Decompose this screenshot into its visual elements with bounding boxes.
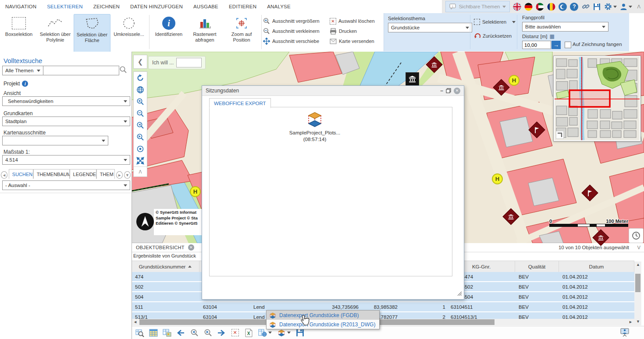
calculator-icon[interactable]: ▦ <box>550 33 555 39</box>
next-extent-icon[interactable] <box>134 131 147 143</box>
excel-export-icon[interactable]: X <box>244 328 253 338</box>
settings-button[interactable] <box>604 3 617 11</box>
menu-zeichnen[interactable]: ZEICHNEN <box>88 0 125 13</box>
tab-themenbaum[interactable]: THEMENBAUM <box>33 169 70 179</box>
auf-zeichnung-checkbox[interactable] <box>565 42 571 48</box>
refresh-icon[interactable] <box>134 72 147 84</box>
menu-ausgabe[interactable]: AUSGABE <box>188 0 224 13</box>
globe-icon[interactable] <box>134 84 147 95</box>
grundkarten-dropdown[interactable]: Stadtplan <box>2 117 130 126</box>
save-icon[interactable] <box>593 3 601 11</box>
collapse-map-toolbar-icon[interactable]: ᐱ <box>134 166 147 177</box>
scroll-left-icon[interactable]: ◄ <box>133 320 137 324</box>
selektionsthema-dropdown[interactable]: Grundstücke <box>388 23 472 32</box>
language-english-icon[interactable] <box>513 3 521 11</box>
minimize-icon[interactable]: – <box>440 88 443 94</box>
collapse-ribbon-icon[interactable]: ᐱ <box>637 4 640 10</box>
volltext-search-input[interactable] <box>43 66 119 75</box>
collapse-results-icon[interactable]: ᐯ <box>637 245 640 251</box>
column-header-grundstuecksnummer[interactable]: Grundstücksnummer <box>132 261 199 272</box>
link-drucken[interactable]: Drucken <box>330 27 357 35</box>
close-results-tab-icon[interactable]: ✕ <box>188 244 194 251</box>
presentation-mode-icon[interactable] <box>619 327 630 338</box>
table-row[interactable]: 511 63104 Lend 343,735696 83,985382 1 63… <box>132 302 634 312</box>
ich-will-search[interactable]: Ich will ... <box>148 56 206 69</box>
scroll-down-icon[interactable]: ▼ <box>636 319 640 324</box>
visible-themes-button[interactable]: i Sichtbare Themen <box>445 1 510 12</box>
distanz-input[interactable] <box>522 41 551 49</box>
fangprofil-dropdown[interactable]: Bitte auswählen <box>522 22 608 32</box>
menu-item-r2013-dwg[interactable]: Datenexport Grundstücke (R2013_DWG) <box>267 320 379 329</box>
export-file-item[interactable]: SampleProject_Plots... (08:57:14) <box>280 111 350 143</box>
massstab-dropdown[interactable]: 4.514 <box>2 155 130 165</box>
zoom-to-selection-icon[interactable] <box>135 328 145 338</box>
tab-weboffice-export[interactable]: WEBOFFICE EXPORT <box>209 98 271 108</box>
previous-record-icon[interactable] <box>176 328 185 338</box>
tab-them[interactable]: THEM <box>96 169 115 179</box>
link-ausschnitt-verschieben[interactable]: Ausschnitt verschiebe <box>263 37 319 46</box>
zuruecksetzen-button[interactable]: Zurücksetzen <box>474 32 512 40</box>
link-auswahl-loeschen[interactable]: ✕ Auswahl löschen <box>330 17 375 25</box>
zoom-in-icon[interactable] <box>134 95 147 107</box>
tool-umkreisselektion[interactable]: Umkreissele... <box>111 14 147 58</box>
language-german-icon[interactable] <box>524 3 533 11</box>
selektieren-button[interactable]: Selektieren <box>474 18 516 26</box>
alle-themen-dropdown[interactable]: Alle Themen <box>2 66 43 75</box>
link-ausschnitt-vergroessern[interactable]: Ausschnitt vergrößern <box>263 17 320 25</box>
vertical-scroll-thumb[interactable] <box>635 274 640 292</box>
link-icon[interactable] <box>581 3 590 11</box>
tool-boxselektion[interactable]: Boxselektion <box>1 14 37 58</box>
tool-identifizieren[interactable]: i Identifizieren <box>151 14 187 58</box>
vertical-scrollbar[interactable]: ▲ ▼ <box>634 261 641 325</box>
user-button[interactable] <box>620 3 632 11</box>
ich-will-input[interactable] <box>176 58 202 67</box>
overview-map[interactable] <box>553 56 641 141</box>
apply-distance-button[interactable]: → <box>551 41 561 49</box>
table-icon[interactable] <box>149 328 158 338</box>
auswahl-dropdown[interactable]: - Auswahl - <box>2 180 130 190</box>
scroll-right-icon[interactable]: ► <box>629 320 633 324</box>
menu-analyse[interactable]: ANALYSE <box>262 0 296 13</box>
column-header-datum[interactable]: Datum <box>559 261 634 272</box>
overview-resize-handle[interactable] <box>556 131 564 139</box>
center-map-icon[interactable] <box>134 143 147 155</box>
menu-editieren[interactable]: EDITIEREN <box>224 0 262 13</box>
sitzungsdaten-dialog[interactable]: Sitzungsdaten – ✕ WEBOFFICE EXPORT Sampl… <box>202 85 464 300</box>
dialog-titlebar[interactable]: Sitzungsdaten – ✕ <box>202 86 464 96</box>
dialog-resize-handle[interactable] <box>457 291 462 297</box>
history-clock-button[interactable] <box>629 228 644 243</box>
table-map-icon[interactable] <box>162 328 172 338</box>
museum-marker-icon[interactable] <box>406 72 419 86</box>
scroll-up-icon[interactable]: ▲ <box>636 262 640 267</box>
search-icon[interactable] <box>119 66 127 75</box>
language-arabic-icon[interactable] <box>536 3 544 11</box>
stop-marker-icon[interactable]: H <box>492 173 503 184</box>
clear-selection-icon[interactable]: ✕ <box>230 328 240 338</box>
zoom-previous-icon[interactable] <box>189 328 199 338</box>
language-turkish-icon[interactable] <box>559 3 567 11</box>
tool-selektion-polylinie[interactable]: Selektion über Polylinie <box>37 14 73 58</box>
tool-zoom-position[interactable]: Zoom auf Position <box>224 14 260 58</box>
ansicht-dropdown[interactable]: Sehenswürdigkeiten <box>2 96 130 106</box>
tabs-scroll-right-icon[interactable]: ► <box>116 171 123 179</box>
stop-marker-icon[interactable]: H <box>190 186 201 197</box>
column-header-qualitaet[interactable]: Qualität <box>515 261 559 272</box>
next-record-icon[interactable] <box>217 328 226 338</box>
tab-suchen[interactable]: SUCHEN <box>9 169 33 179</box>
previous-extent-icon[interactable] <box>134 119 147 131</box>
stop-marker-icon[interactable]: H <box>509 75 519 86</box>
close-icon[interactable]: ✕ <box>454 88 460 94</box>
tab-objektuebersicht[interactable]: OBJEKTÜBERSICHT <box>136 245 185 250</box>
link-ausschnitt-verkleinern[interactable]: Ausschnitt verkleinern <box>263 27 320 35</box>
link-karte-versenden[interactable]: Karte versenden <box>330 37 374 46</box>
horizontal-scrollbar[interactable]: ◄ ► <box>132 319 634 325</box>
tab-legende[interactable]: LEGENDE <box>70 169 96 179</box>
zoom-out-icon[interactable] <box>134 107 147 119</box>
menu-daten-hinzufuegen[interactable]: DATEN HINZUFÜGEN <box>125 0 188 13</box>
info-icon[interactable]: i <box>22 81 28 87</box>
full-extent-icon[interactable] <box>134 155 147 166</box>
help-icon[interactable]: ? <box>570 3 578 11</box>
zoom-next-icon[interactable] <box>203 328 213 338</box>
collapse-sidebar-button[interactable]: ❮ <box>133 55 147 69</box>
kartenausschnitte-dropdown[interactable] <box>2 136 108 145</box>
